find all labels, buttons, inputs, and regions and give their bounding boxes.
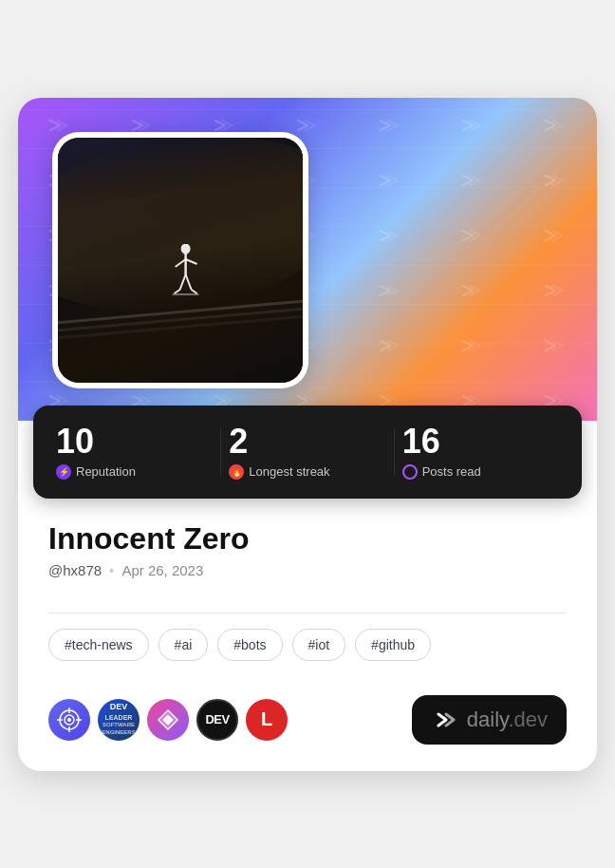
tags-section: #tech-news #ai #bots #iot #github [18, 629, 597, 680]
divider [48, 613, 567, 613]
brand-icon [431, 705, 461, 735]
avatar-wrapper [52, 132, 308, 388]
badge-crosshair [48, 699, 90, 741]
profile-name: Innocent Zero [48, 521, 567, 557]
stat-streak: 2 🔥 Longest streak [229, 425, 385, 480]
stat-divider-2 [394, 428, 395, 476]
avatar [58, 138, 303, 383]
svg-point-0 [181, 244, 191, 255]
lightning-icon: ⚡ [56, 464, 71, 480]
badge-l: L [246, 699, 288, 741]
svg-point-15 [67, 718, 71, 722]
card-header [18, 98, 597, 421]
badge-dev: DEV [196, 699, 238, 741]
profile-meta: @hx878 • Apr 26, 2023 [48, 562, 567, 578]
tag-tech-news[interactable]: #tech-news [48, 629, 149, 661]
tag-ai[interactable]: #ai [158, 629, 209, 661]
brand-logo: daily.dev [431, 705, 548, 735]
profile-info: Innocent Zero @hx878 • Apr 26, 2023 [18, 499, 597, 597]
profile-join-date: Apr 26, 2023 [121, 562, 203, 578]
badge-gradient [147, 699, 189, 741]
tag-iot[interactable]: #iot [292, 629, 346, 661]
streak-value: 2 [229, 425, 248, 459]
svg-line-4 [180, 274, 186, 290]
badge-dev-leader: DEV LEADER SOFTWARE ENGINEERS [98, 699, 140, 741]
svg-line-5 [186, 274, 192, 290]
stat-posts: 16 Posts read [402, 425, 559, 480]
posts-value: 16 [402, 425, 440, 459]
streak-label: 🔥 Longest streak [229, 464, 329, 480]
flame-icon: 🔥 [229, 464, 244, 480]
card-footer: DEV LEADER SOFTWARE ENGINEERS DEV L [18, 680, 597, 771]
reputation-label: ⚡ Reputation [56, 464, 136, 480]
tag-github[interactable]: #github [355, 629, 431, 661]
profile-dot: • [109, 562, 114, 578]
brand-badge: daily.dev [412, 695, 567, 745]
brand-name: daily.dev [467, 708, 548, 732]
stat-reputation: 10 ⚡ Reputation [56, 425, 213, 480]
posts-label: Posts read [402, 464, 481, 480]
reputation-value: 10 [56, 425, 94, 459]
svg-line-2 [176, 259, 186, 267]
circle-outline-icon [402, 464, 418, 480]
svg-line-7 [192, 290, 197, 293]
profile-handle: @hx878 [48, 562, 102, 578]
svg-line-3 [186, 259, 197, 264]
stat-divider-1 [220, 428, 221, 476]
avatar-figure [173, 244, 199, 301]
svg-line-6 [175, 290, 180, 293]
badges-row: DEV LEADER SOFTWARE ENGINEERS DEV L [48, 699, 288, 741]
tag-bots[interactable]: #bots [217, 629, 282, 661]
stats-bar: 10 ⚡ Reputation 2 🔥 Longest streak 16 Po… [33, 406, 582, 499]
profile-card: 10 ⚡ Reputation 2 🔥 Longest streak 16 Po… [18, 98, 597, 771]
